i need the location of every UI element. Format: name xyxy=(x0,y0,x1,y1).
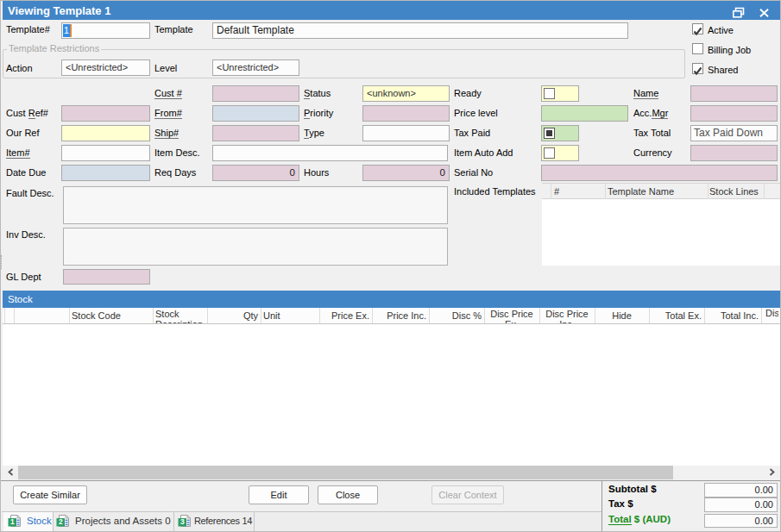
svg-text:2: 2 xyxy=(59,517,63,526)
svg-text:1: 1 xyxy=(10,517,15,526)
svg-text:3: 3 xyxy=(180,517,185,526)
